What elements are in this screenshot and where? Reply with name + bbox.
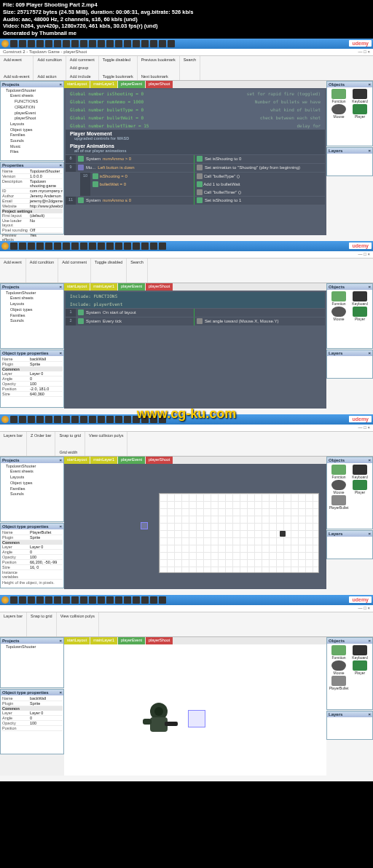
taskbar-app-icon[interactable]	[28, 242, 35, 250]
tree-item[interactable]: FUNCTIONS	[1, 99, 63, 105]
taskbar-app-icon[interactable]	[133, 40, 140, 47]
tab-mainlayer1[interactable]: mainLayer1	[90, 81, 117, 88]
taskbar-app-icon[interactable]	[36, 40, 44, 47]
close-icon[interactable]: ×	[368, 351, 371, 355]
close-icon[interactable]: ×	[368, 639, 371, 643]
tree-item[interactable]: playerShoot	[1, 116, 63, 122]
event-row[interactable]: 8 SystemnumAmmo > 0 Set isShooting to 0	[66, 155, 325, 163]
event-sheet[interactable]: Include: FUNCTIONS Include: playerEvent …	[64, 291, 326, 385]
ribbon-toggle-disabled[interactable]: Toggle disabled	[101, 57, 135, 63]
project-tree[interactable]: TopdownShooter Event sheets FUNCTIONS CR…	[1, 87, 63, 156]
tab-playerevent[interactable]: playerEvent	[118, 81, 145, 88]
taskbar-app-icon[interactable]	[45, 242, 52, 250]
ribbon-add-subevent[interactable]: Add sub-event	[2, 74, 31, 79]
taskbar-app-icon[interactable]	[71, 40, 79, 47]
tree-item[interactable]: Families	[1, 133, 63, 138]
taskbar-app-icon[interactable]	[89, 40, 96, 47]
event-row[interactable]: 2 SystemEvery tick Set angle toward (Mou…	[66, 317, 325, 326]
taskbar-app-icon[interactable]	[10, 40, 17, 47]
close-icon[interactable]: ×	[368, 458, 371, 462]
tree-item[interactable]: Sounds	[1, 138, 63, 144]
taskbar-app-icon[interactable]	[159, 40, 166, 47]
project-tree[interactable]: TopdownShooter Event sheets Layouts Obje…	[1, 463, 63, 498]
tab-startlayout[interactable]: startLayout	[64, 81, 90, 88]
obj-player[interactable]: Player	[350, 104, 370, 119]
obj-mouse[interactable]: Mouse	[329, 104, 349, 119]
ribbon-add-group[interactable]: Add group	[68, 65, 96, 71]
taskbar-app-icon[interactable]	[63, 40, 70, 47]
taskbar-app-icon[interactable]	[124, 40, 131, 47]
project-tree[interactable]: TopdownShooter	[1, 644, 63, 651]
event-sheet[interactable]: Global number isShooting = 0set for rapi…	[64, 88, 326, 207]
taskbar-app-icon[interactable]	[115, 242, 122, 250]
event-row[interactable]: 1 SystemOn start of layout	[66, 309, 325, 317]
tree-item[interactable]: Music	[1, 144, 63, 150]
ribbon-next-bm[interactable]: Next bookmark	[140, 74, 177, 79]
player-sprite[interactable]	[280, 531, 286, 537]
taskbar-app-icon[interactable]	[54, 40, 61, 47]
close-icon[interactable]: ×	[59, 285, 62, 289]
taskbar-app-icon[interactable]	[106, 40, 114, 47]
player-sprite-large[interactable]	[137, 695, 181, 739]
taskbar-app-icon[interactable]	[141, 242, 149, 250]
taskbar-app-icon[interactable]	[89, 242, 96, 250]
obj-keyboard[interactable]: Keyboard	[350, 89, 370, 103]
objects-grid[interactable]: Function Keyboard Mouse Player	[327, 87, 372, 120]
taskbar-app-icon[interactable]	[106, 242, 114, 250]
close-icon[interactable]: ×	[368, 149, 371, 153]
obj-function[interactable]: Function	[329, 89, 349, 103]
ribbon-add-condition[interactable]: Add condition	[36, 57, 63, 63]
taskbar-app-icon[interactable]	[150, 40, 157, 47]
taskbar-app-icon[interactable]	[63, 242, 70, 250]
window-controls[interactable]: — □ ×	[358, 425, 370, 430]
taskbar-app-icon[interactable]	[80, 40, 87, 47]
taskbar-app-icon[interactable]	[36, 242, 44, 250]
tab-playershoot[interactable]: playerShoot	[146, 81, 173, 88]
taskbar-app-icon[interactable]	[80, 242, 87, 250]
taskbar-app-icon[interactable]	[19, 40, 26, 47]
taskbar-app-icon[interactable]	[150, 242, 157, 250]
event-row[interactable]: 9 Mo...Left button is down Set animation…	[66, 164, 325, 172]
selected-sprite[interactable]	[141, 522, 148, 529]
taskbar-app-icon[interactable]	[115, 40, 122, 47]
close-icon[interactable]: ×	[59, 639, 62, 643]
ribbon-add-include[interactable]: Add include	[68, 74, 96, 79]
ribbon-prev-bm[interactable]: Previous bookmark	[140, 57, 177, 63]
close-icon[interactable]: ×	[59, 163, 62, 167]
tree-item[interactable]: Event sheets	[1, 93, 63, 99]
taskbar-app-icon[interactable]	[159, 242, 166, 250]
event-row[interactable]: 11 SystemnumAmmo ≤ 0 Set isShooting to 1	[66, 197, 325, 205]
close-icon[interactable]: ×	[59, 690, 62, 695]
taskbar-app-icon[interactable]	[71, 242, 79, 250]
layout-canvas[interactable]	[64, 644, 326, 776]
taskbar-app-icon[interactable]	[98, 40, 105, 47]
taskbar-app-icon[interactable]	[141, 40, 149, 47]
ribbon-add-action[interactable]: Add action	[36, 74, 63, 79]
close-icon[interactable]: ×	[368, 82, 371, 87]
start-icon[interactable]	[1, 416, 9, 423]
event-row[interactable]: 10 isShooting = 0 bulletWait = 0 Call "b…	[80, 173, 325, 196]
close-icon[interactable]: ×	[59, 351, 62, 355]
taskbar-app-icon[interactable]	[54, 242, 61, 250]
close-icon[interactable]: ×	[368, 712, 371, 717]
tree-root[interactable]: TopdownShooter	[1, 88, 63, 94]
taskbar-app-icon[interactable]	[19, 242, 26, 250]
taskbar-app-icon[interactable]	[168, 40, 175, 47]
window-controls[interactable]: — □ ×	[358, 606, 370, 611]
taskbar-app-icon[interactable]	[45, 40, 52, 47]
tree-item[interactable]: CREATION	[1, 105, 63, 111]
project-tree[interactable]: TopdownShooter Event sheets Layouts Obje…	[1, 290, 63, 325]
ribbon-add-comment[interactable]: Add comment	[68, 57, 96, 63]
start-icon[interactable]	[1, 596, 9, 604]
taskbar-app-icon[interactable]	[98, 242, 105, 250]
close-icon[interactable]: ×	[59, 524, 62, 529]
close-icon[interactable]: ×	[59, 458, 62, 462]
close-icon[interactable]: ×	[368, 285, 371, 289]
ribbon-toggle-bookmark[interactable]: Toggle bookmark	[101, 74, 135, 79]
close-icon[interactable]: ×	[59, 82, 62, 87]
taskbar-app-icon[interactable]	[133, 242, 140, 250]
ribbon-search[interactable]: Search	[182, 57, 197, 63]
taskbar-app-icon[interactable]	[124, 242, 131, 250]
tree-item[interactable]: Object types	[1, 127, 63, 133]
window-controls[interactable]: — □ ×	[358, 252, 370, 257]
